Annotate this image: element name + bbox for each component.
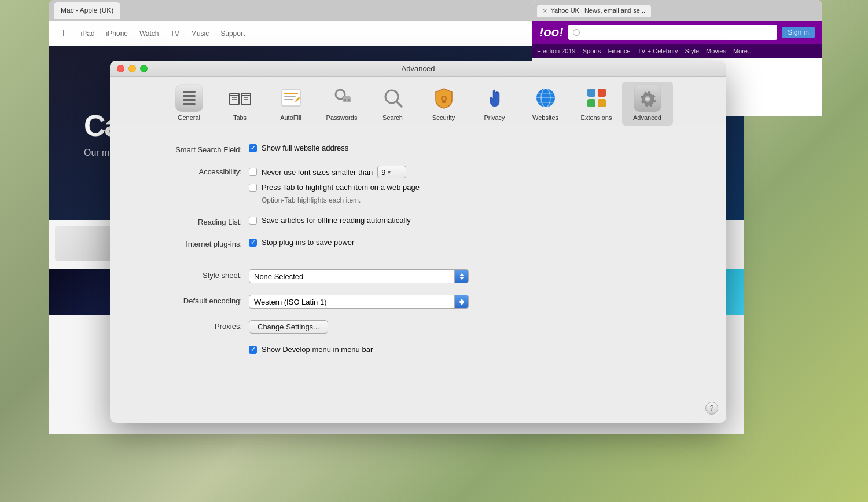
yahoo-search-bar[interactable] (568, 25, 778, 40)
toolbar-label-passwords: Passwords (326, 114, 358, 121)
apple-nav-item: Support (220, 30, 245, 38)
develop-menu-row: Show Develop menu in menu bar (133, 345, 703, 354)
stop-plugins-checkbox[interactable] (249, 239, 257, 247)
reading-list-label: Reading List: (133, 216, 249, 226)
tabs-icon (226, 84, 254, 112)
internet-plugins-control: Stop plug-ins to save power (249, 238, 703, 247)
websites-icon (532, 84, 560, 112)
svg-rect-1 (183, 91, 196, 93)
save-offline-checkbox[interactable] (249, 217, 257, 225)
yahoo-tab-label: Yahoo UK | News, email and se... (551, 7, 645, 14)
never-small-font-row: Never use font sizes smaller than 9 ▾ (249, 166, 703, 178)
yahoo-signin-button[interactable]: Sign in (782, 27, 815, 38)
develop-menu-empty-label (133, 345, 249, 347)
toolbar-item-search[interactable]: Search (367, 82, 418, 126)
smart-search-label: Smart Search Field: (133, 144, 249, 154)
default-encoding-control: Western (ISO Latin 1) (249, 295, 703, 309)
yahoo-nav-item[interactable]: Election 2019 (537, 47, 576, 54)
toolbar-label-autofill: AutoFill (280, 114, 301, 121)
yahoo-nav-item[interactable]: More... (733, 47, 753, 54)
toolbar-item-passwords[interactable]: Passwords (317, 82, 367, 126)
toolbar-label-websites: Websites (532, 114, 558, 121)
svg-rect-15 (284, 96, 296, 97)
traffic-lights (117, 65, 148, 72)
yahoo-nav-item[interactable]: TV + Celebrity (638, 47, 678, 54)
style-sheet-value: None Selected (254, 272, 303, 281)
svg-rect-0 (176, 85, 202, 111)
default-encoding-label: Default encoding: (133, 295, 249, 305)
show-full-address-checkbox[interactable] (249, 144, 257, 152)
yahoo-nav-item[interactable]: Movies (706, 47, 726, 54)
dialog-title: Advanced (402, 64, 435, 73)
toolbar-item-extensions[interactable]: Extensions (571, 82, 622, 126)
yahoo-tab-close[interactable]: × (543, 6, 547, 15)
yahoo-nav: Election 2019 Sports Finance TV + Celebr… (532, 44, 822, 58)
show-full-address-text: Show full website address (262, 144, 348, 152)
reading-list-control: Save articles for offline reading automa… (249, 216, 703, 225)
tabs-icon-svg (227, 85, 253, 111)
svg-rect-36 (598, 99, 606, 107)
toolbar-label-extensions: Extensions (581, 114, 612, 121)
apple-nav-item: iPad (81, 30, 95, 38)
never-small-font-checkbox[interactable] (249, 168, 257, 176)
toolbar-item-general[interactable]: General (164, 82, 215, 126)
yahoo-tab-bar: × Yahoo UK | News, email and se... (532, 0, 822, 21)
change-settings-button[interactable]: Change Settings... (249, 320, 328, 334)
tab-apple[interactable]: Mac - Apple (UK) (54, 2, 120, 19)
proxies-row: Proxies: Change Settings... (133, 320, 703, 334)
never-small-font-text: Never use font sizes smaller than (262, 168, 373, 177)
toolbar-item-advanced[interactable]: Advanced (622, 82, 673, 126)
toolbar-item-tabs[interactable]: Tabs (215, 82, 266, 126)
apple-logo-icon:  (61, 27, 65, 39)
yahoo-nav-item[interactable]: Style (685, 47, 699, 54)
default-encoding-value: Western (ISO Latin 1) (254, 298, 326, 306)
show-develop-checkbox[interactable] (249, 346, 257, 354)
advanced-icon (634, 84, 661, 112)
svg-rect-33 (587, 89, 595, 97)
spacer (133, 260, 703, 269)
settings-content: Smart Search Field: Show full website ad… (110, 126, 726, 420)
toolbar-item-autofill[interactable]: AutoFill (266, 82, 317, 126)
toolbar-label-privacy: Privacy (484, 114, 505, 121)
security-icon-svg (431, 85, 457, 111)
product-thumb (55, 226, 113, 261)
smart-search-control: Show full website address (249, 144, 703, 152)
default-encoding-dropdown[interactable]: Western (ISO Latin 1) (249, 295, 469, 309)
style-sheet-arrow[interactable] (454, 270, 468, 283)
arrow-up-icon (459, 273, 464, 276)
zoom-button[interactable] (140, 65, 148, 72)
svg-rect-13 (282, 90, 300, 106)
toolbar-item-privacy[interactable]: Privacy (469, 82, 520, 126)
svg-rect-21 (348, 99, 350, 101)
default-encoding-arrow[interactable] (454, 295, 468, 308)
toolbar-item-security[interactable]: Security (418, 82, 469, 126)
security-icon (430, 84, 458, 112)
autofill-icon-svg (278, 85, 304, 111)
style-sheet-control: None Selected (249, 269, 703, 283)
apple-nav-item: iPhone (106, 30, 128, 38)
toolbar-item-websites[interactable]: Websites (520, 82, 571, 126)
yahoo-nav-item[interactable]: Finance (608, 47, 630, 54)
advanced-icon-svg (635, 85, 660, 111)
style-sheet-dropdown[interactable]: None Selected (249, 269, 469, 283)
svg-rect-14 (284, 93, 298, 94)
minimize-button[interactable] (128, 65, 136, 72)
stepper-chevron-icon: ▾ (388, 169, 391, 175)
privacy-icon (481, 84, 509, 112)
help-button[interactable]: ? (705, 402, 718, 415)
svg-rect-26 (442, 100, 446, 103)
apple-nav-item: Music (191, 30, 209, 38)
close-button[interactable] (117, 65, 124, 72)
arrow-down-icon (459, 277, 464, 280)
toolbar-label-search: Search (382, 114, 403, 121)
tab-apple-label: Mac - Apple (UK) (61, 6, 113, 14)
yahoo-tab[interactable]: × Yahoo UK | News, email and se... (537, 5, 651, 17)
yahoo-logo: !oo! (539, 25, 564, 40)
font-size-stepper[interactable]: 9 ▾ (377, 166, 406, 178)
svg-point-39 (646, 98, 649, 100)
passwords-icon-svg (329, 85, 355, 111)
yahoo-nav-item[interactable]: Sports (583, 47, 601, 54)
internet-plugins-row: Internet plug-ins: Stop plug-ins to save… (133, 238, 703, 248)
toolbar-label-general: General (178, 114, 200, 121)
press-tab-checkbox[interactable] (249, 184, 257, 192)
